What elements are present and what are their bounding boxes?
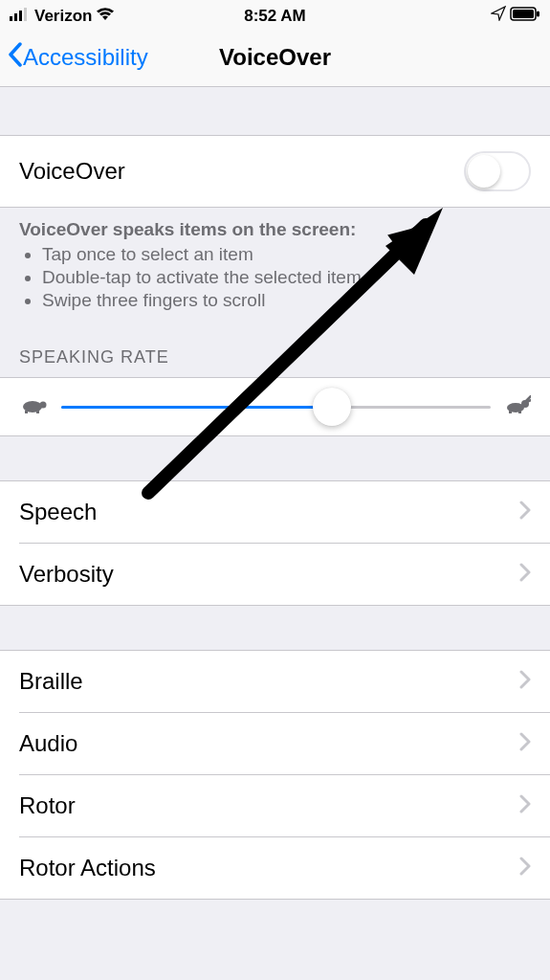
speaking-rate-slider[interactable] [61, 406, 491, 409]
voiceover-toggle-label: VoiceOver [19, 158, 125, 185]
battery-icon [510, 7, 540, 26]
signal-icon [10, 7, 31, 26]
rabbit-icon [504, 395, 531, 418]
svg-rect-9 [25, 411, 28, 413]
chevron-right-icon [519, 730, 531, 757]
voiceover-tip: Swipe three fingers to scroll [42, 290, 531, 311]
chevron-right-icon [519, 855, 531, 881]
audio-row[interactable]: Audio [19, 712, 550, 774]
settings-group-1: Speech Verbosity [0, 480, 550, 606]
row-label: Braille [19, 668, 83, 695]
voiceover-tip: Tap once to select an item [42, 244, 531, 265]
svg-rect-13 [509, 411, 512, 413]
chevron-left-icon [8, 42, 23, 73]
row-label: Rotor [19, 792, 76, 819]
chevron-right-icon [519, 792, 531, 819]
svg-rect-2 [19, 11, 22, 21]
turtle-icon [19, 395, 48, 418]
nav-bar: Accessibility VoiceOver [0, 30, 550, 87]
chevron-right-icon [519, 668, 531, 695]
speech-row[interactable]: Speech [0, 481, 550, 543]
row-label: Rotor Actions [19, 855, 156, 881]
voiceover-switch[interactable] [464, 151, 531, 191]
rotor-row[interactable]: Rotor [19, 774, 550, 836]
rotor-actions-row[interactable]: Rotor Actions [19, 836, 550, 899]
row-label: Audio [19, 730, 77, 757]
svg-rect-5 [513, 10, 534, 18]
voiceover-toggle-cell: VoiceOver [0, 135, 550, 208]
svg-rect-14 [518, 411, 521, 413]
svg-rect-0 [10, 16, 12, 21]
svg-rect-6 [537, 11, 539, 16]
svg-rect-3 [24, 8, 27, 21]
back-label: Accessibility [23, 44, 148, 71]
wifi-icon [96, 7, 115, 26]
row-label: Verbosity [19, 561, 114, 588]
back-button[interactable]: Accessibility [8, 42, 148, 73]
row-label: Speech [19, 499, 97, 525]
speaking-rate-cell [0, 377, 550, 436]
settings-group-2: Braille Audio Rotor Rotor Actions [0, 650, 550, 900]
svg-point-8 [40, 402, 47, 409]
voiceover-tip: Double-tap to activate the selected item [42, 267, 531, 288]
carrier-label: Verizon [34, 7, 92, 26]
svg-rect-1 [14, 13, 17, 21]
speaking-rate-header: Speaking Rate [0, 319, 550, 377]
location-icon [491, 6, 506, 26]
braille-row[interactable]: Braille [0, 651, 550, 712]
verbosity-row[interactable]: Verbosity [19, 543, 550, 605]
page-title: VoiceOver [219, 44, 331, 71]
chevron-right-icon [519, 499, 531, 525]
status-bar: Verizon 8:52 AM [0, 0, 550, 30]
clock: 8:52 AM [187, 7, 363, 26]
svg-rect-10 [36, 411, 39, 413]
voiceover-description: VoiceOver speaks items on the screen: Ta… [0, 208, 550, 319]
chevron-right-icon [519, 561, 531, 588]
voiceover-description-heading: VoiceOver speaks items on the screen: [19, 219, 531, 240]
